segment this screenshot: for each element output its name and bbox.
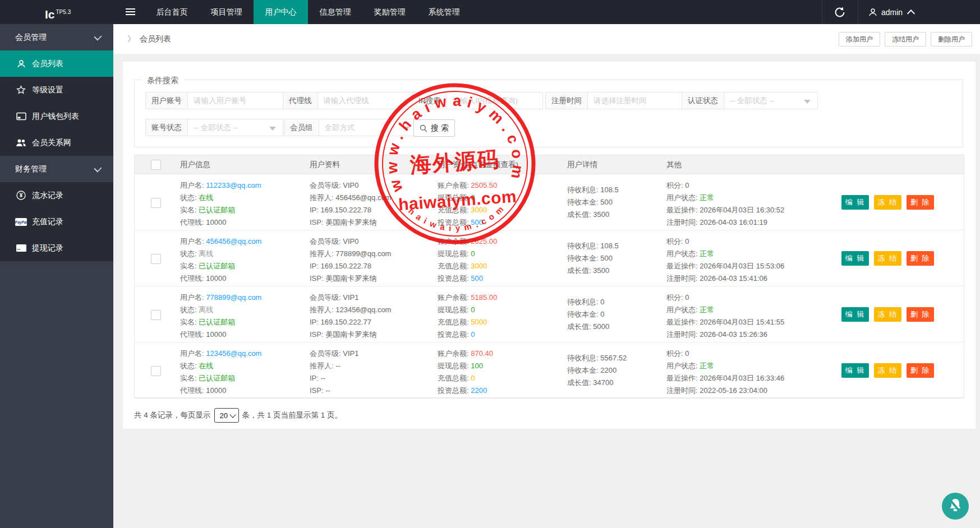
withdraw-link[interactable]: 100 <box>471 362 483 370</box>
dropdown-arrow-icon <box>269 127 276 131</box>
freeze-button[interactable]: 冻 结 <box>874 307 901 322</box>
invest-link[interactable]: 2200 <box>471 386 487 395</box>
search-field-5: 账号状态-- 全部状态 -- <box>145 119 283 136</box>
content-panel: 条件搜索 用户账号请输入用户账号代理线请输入代理线IP搜索请输入IP(模糊查询)… <box>123 62 976 429</box>
nav-item-4[interactable]: 奖励管理 <box>362 0 417 24</box>
search-field-6: 会员组全部方式 <box>284 119 417 136</box>
user-email-link[interactable]: 778899@qq.com <box>206 293 261 302</box>
sidebar-item-1[interactable]: 会员列表 <box>0 50 113 77</box>
row-checkbox[interactable] <box>151 254 161 264</box>
sidebar-item-8[interactable]: 提现记录 <box>0 235 113 261</box>
balance-link[interactable]: 5185.00 <box>471 293 497 302</box>
withdraw-link[interactable]: 0 <box>471 249 475 258</box>
delete-button[interactable]: 删 除 <box>907 251 934 266</box>
sidebar-item-2[interactable]: 等级设置 <box>0 77 113 103</box>
row-checkbox[interactable] <box>151 366 161 376</box>
sidebar-item-label: 充值记录 <box>32 217 63 227</box>
refresh-icon[interactable] <box>834 6 846 18</box>
select-all-checkbox[interactable] <box>151 160 161 170</box>
breadcrumb-bar: 》会员列表 添加用户冻结用户删除用户 <box>113 24 980 54</box>
row-checkbox[interactable] <box>151 198 161 208</box>
field-input[interactable]: 请输入IP(模糊查询) <box>447 92 543 109</box>
menu-toggle-icon[interactable] <box>126 8 135 16</box>
sidebar-item-4[interactable]: 会员关系网 <box>0 129 113 156</box>
table-row: 用户名: 123456@qq.com状态: 在线实名: 已认证邮箱代理线: 10… <box>135 342 964 399</box>
sidebar-group-0[interactable]: 会员管理 <box>0 24 113 50</box>
freeze-button[interactable]: 冻 结 <box>874 363 901 378</box>
row-checkbox[interactable] <box>151 310 161 320</box>
recharge-link[interactable]: 3000 <box>471 206 487 214</box>
withdraw-link[interactable]: 0 <box>471 193 475 202</box>
cell-user-funds: 账户余额: 2505.50提现总额: 0充值总额: 3000投资总额: 500 <box>438 179 497 229</box>
search-field-0: 用户账号请输入用户账号 <box>145 92 284 109</box>
delete-button[interactable]: 删 除 <box>907 307 934 322</box>
cell-other: 积分: 0用户状态: 正常最近操作: 2026年04月03日 15:41:55注… <box>666 291 784 341</box>
recharge-link[interactable]: 5000 <box>471 318 487 326</box>
field-select[interactable]: 全部方式 <box>319 119 417 136</box>
sidebar: 会员管理会员列表等级设置用户钱包列表会员关系网财务管理¥流水记录PayPal充值… <box>0 24 113 528</box>
user-icon <box>868 8 877 17</box>
sidebar-item-6[interactable]: ¥流水记录 <box>0 182 113 209</box>
sidebar-item-label: 流水记录 <box>32 191 63 201</box>
dropdown-arrow-icon <box>804 100 811 104</box>
field-input[interactable]: 请输入代理线 <box>318 92 416 109</box>
row-actions: 编 辑冻 结删 除 <box>841 195 934 210</box>
sidebar-group-5[interactable]: 财务管理 <box>0 156 113 182</box>
toolbar-button-2[interactable]: 删除用户 <box>931 32 972 47</box>
balance-link[interactable]: 2625.00 <box>471 237 497 246</box>
delete-button[interactable]: 删 除 <box>907 195 934 210</box>
svg-text:¥: ¥ <box>20 192 23 198</box>
toolbar-button-1[interactable]: 冻结用户 <box>885 32 926 47</box>
yen-icon: ¥ <box>15 191 27 201</box>
freeze-button[interactable]: 冻 结 <box>874 251 901 266</box>
recharge-link[interactable]: 3000 <box>471 262 487 270</box>
user-table: 用户信息 用户资料 用户资金(点击金额查看) 用户详情 其他 用户名: 1122… <box>134 155 964 398</box>
nav-item-3[interactable]: 信息管理 <box>308 0 362 24</box>
delete-button[interactable]: 删 除 <box>907 363 934 378</box>
sidebar-item-7[interactable]: PayPal充值记录 <box>0 209 113 235</box>
field-label: 用户账号 <box>145 92 188 109</box>
nav-item-2[interactable]: 用户中心 <box>254 0 308 24</box>
page-size-select[interactable]: 20 <box>214 408 239 423</box>
col-other: 其他 <box>666 155 682 174</box>
balance-link[interactable]: 2505.50 <box>471 181 497 189</box>
field-input[interactable]: 请输入用户账号 <box>188 92 284 109</box>
edit-button[interactable]: 编 辑 <box>841 251 869 266</box>
row-actions: 编 辑冻 结删 除 <box>841 307 934 322</box>
nav-item-1[interactable]: 项目管理 <box>199 0 254 24</box>
edit-button[interactable]: 编 辑 <box>841 195 869 210</box>
table-row: 用户名: 112233@qq.com状态: 在线实名: 已认证邮箱代理线: 10… <box>135 174 964 230</box>
field-select[interactable]: -- 全部状态 -- <box>188 119 283 136</box>
toolbar-button-0[interactable]: 添加用户 <box>839 32 880 47</box>
nav-item-0[interactable]: 后台首页 <box>145 0 199 24</box>
edit-button[interactable]: 编 辑 <box>841 307 869 322</box>
user-email-link[interactable]: 123456@qq.com <box>206 349 261 358</box>
nav-item-5[interactable]: 系统管理 <box>417 0 471 24</box>
notification-fab[interactable] <box>941 492 969 520</box>
sidebar-item-label: 用户钱包列表 <box>32 112 79 122</box>
field-input[interactable]: 请选择注册时间 <box>588 92 687 109</box>
search-button[interactable]: 搜 索 <box>413 119 455 137</box>
withdraw-link[interactable]: 0 <box>471 305 475 314</box>
freeze-button[interactable]: 冻 结 <box>874 195 901 210</box>
invest-link[interactable]: 500 <box>471 218 483 226</box>
balance-link[interactable]: 870.40 <box>471 349 493 358</box>
cell-user-detail: 待收利息: 108.5待收本金: 500成长值: 3500 <box>567 230 619 286</box>
field-label: 认证状态 <box>682 92 724 109</box>
recharge-link[interactable]: 0 <box>471 374 475 382</box>
user-email-link[interactable]: 456456@qq.com <box>206 237 261 246</box>
col-user-funds: 用户资金(点击金额查看) <box>438 155 518 174</box>
search-field-4: 认证状态-- 全部状态 -- <box>682 92 818 109</box>
sidebar-item-label: 等级设置 <box>32 85 63 95</box>
field-label: 账号状态 <box>145 119 188 136</box>
cell-user-detail: 待收利息: 108.5待收本金: 500成长值: 3500 <box>567 174 619 230</box>
admin-menu[interactable]: admin <box>868 0 914 24</box>
sidebar-item-3[interactable]: 用户钱包列表 <box>0 103 113 129</box>
table-header: 用户信息 用户资料 用户资金(点击金额查看) 用户详情 其他 <box>135 155 964 174</box>
edit-button[interactable]: 编 辑 <box>841 363 869 378</box>
user-email-link[interactable]: 112233@qq.com <box>206 181 261 189</box>
field-label: 会员组 <box>284 119 319 136</box>
field-select[interactable]: -- 全部状态 -- <box>724 92 818 109</box>
invest-link[interactable]: 500 <box>471 274 483 282</box>
invest-link[interactable]: 0 <box>471 330 475 339</box>
